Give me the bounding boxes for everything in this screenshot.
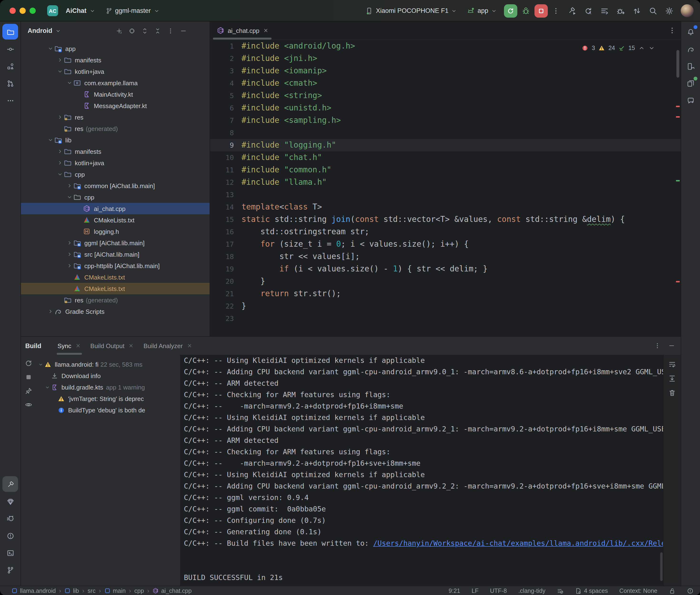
- debug-button[interactable]: [522, 6, 530, 15]
- chevron-down-icon[interactable]: [66, 80, 73, 86]
- attach-debugger-icon[interactable]: [616, 6, 625, 15]
- stop-button[interactable]: [534, 4, 548, 18]
- hide-build-panel-button[interactable]: [668, 342, 675, 349]
- run-config-selector[interactable]: app: [464, 5, 500, 17]
- close-tab-icon[interactable]: [263, 28, 269, 33]
- inspections-widget[interactable]: 3 24 15: [582, 45, 655, 51]
- project-selector[interactable]: AiChat: [63, 5, 98, 16]
- build-tab-build-analyzer[interactable]: Build Analyzer: [139, 337, 197, 355]
- build-output-path-link[interactable]: /Users/hanyin/Workspace/ai-chat/examples…: [373, 539, 663, 548]
- tree-item-res[interactable]: res(generated): [21, 123, 209, 134]
- close-tab-icon[interactable]: [75, 343, 81, 348]
- build-tree-item[interactable]: llama.android: fi22 sec, 583 ms: [36, 359, 180, 370]
- hide-panel-button[interactable]: [180, 27, 187, 34]
- zoom-window-button[interactable]: [30, 8, 36, 14]
- highlight-level-indicator[interactable]: [687, 587, 694, 594]
- settings-icon[interactable]: [665, 6, 674, 15]
- panel-options-button[interactable]: [167, 27, 174, 34]
- breadcrumb-lib[interactable]: lib: [64, 587, 79, 594]
- build-tab-sync[interactable]: Sync: [53, 337, 86, 355]
- code-line-14[interactable]: 14template<class T>: [210, 201, 681, 213]
- gemini-chat-button[interactable]: [683, 92, 699, 108]
- chevron-right-icon[interactable]: [56, 160, 64, 166]
- code-line-2[interactable]: 2#include <jni.h>: [210, 52, 681, 65]
- view-options-button[interactable]: [25, 401, 32, 408]
- file-encoding[interactable]: UTF-8: [490, 587, 507, 594]
- chevron-down-icon[interactable]: [47, 46, 54, 51]
- code-line-11[interactable]: 11#include "common.h": [210, 164, 681, 176]
- editor-scrollbar-thumb[interactable]: [676, 50, 679, 78]
- gradle-tool-button[interactable]: [683, 41, 699, 57]
- tree-item-app[interactable]: app: [21, 43, 209, 54]
- readonly-toggle[interactable]: [669, 587, 675, 594]
- build-tool-button[interactable]: [2, 476, 18, 492]
- chevron-down-icon[interactable]: [56, 171, 64, 177]
- clang-tidy-indicator[interactable]: .clang-tidy: [518, 587, 545, 594]
- tree-item-kotlin-java[interactable]: kotlin+java: [21, 157, 209, 169]
- tab-ai-chat-cpp[interactable]: C ai_chat.cpp: [210, 22, 274, 39]
- sync-project-icon[interactable]: A: [584, 6, 593, 15]
- breadcrumb-src[interactable]: src: [88, 587, 95, 594]
- breadcrumb-llama-android[interactable]: llama.android: [11, 587, 56, 594]
- build-options-button[interactable]: [654, 342, 661, 349]
- tree-item-messageadapter-kt[interactable]: MessageAdapter.kt: [21, 100, 209, 111]
- code-line-8[interactable]: 8: [210, 127, 681, 139]
- code-line-13[interactable]: 13: [210, 189, 681, 201]
- code-line-4[interactable]: 4#include <cmath>: [210, 77, 681, 89]
- chevron-right-icon[interactable]: [56, 57, 64, 63]
- tree-item-cpp[interactable]: cpp: [21, 169, 209, 180]
- error-stripe[interactable]: [675, 22, 681, 336]
- console-scrollbar-thumb[interactable]: [660, 552, 663, 581]
- code-line-18[interactable]: 18 str << values[i];: [210, 251, 681, 263]
- formatter-indicator[interactable]: [557, 587, 563, 594]
- code-line-19[interactable]: 19 if (i < values.size() - 1) { str << d…: [210, 263, 681, 275]
- expand-all-button[interactable]: [141, 27, 148, 34]
- pull-requests-tool-button[interactable]: [2, 75, 18, 91]
- breadcrumb-ai-chat-cpp[interactable]: Cai_chat.cpp: [153, 587, 192, 594]
- code-line-22[interactable]: 22}: [210, 300, 681, 312]
- soft-wrap-button[interactable]: [668, 361, 676, 368]
- rerun-button[interactable]: [504, 4, 517, 18]
- project-tool-button[interactable]: [2, 24, 18, 39]
- tree-item-src-aichat-lib-main-[interactable]: src [AiChat.lib.main]: [21, 249, 209, 260]
- chevron-down-icon[interactable]: [47, 137, 54, 143]
- code-line-21[interactable]: 21 return str.str();: [210, 288, 681, 300]
- chevron-right-icon[interactable]: [66, 183, 73, 189]
- build-tree-item[interactable]: 'jvmTarget: String' is deprec: [36, 393, 180, 404]
- tree-item-cpp[interactable]: cpp: [21, 192, 209, 203]
- code-line-12[interactable]: 12#include "llama.h": [210, 176, 681, 189]
- chevron-right-icon[interactable]: [66, 263, 73, 268]
- problems-tool-button[interactable]: [2, 528, 18, 543]
- tree-item-common-aichat-lib-main-[interactable]: common [AiChat.lib.main]: [21, 180, 209, 192]
- tree-item-com-example-llama[interactable]: com.example.llama: [21, 77, 209, 89]
- chevron-right-icon[interactable]: [56, 148, 64, 154]
- tree-item-manifests[interactable]: manifests: [21, 54, 209, 66]
- code-line-6[interactable]: 6#include <unistd.h>: [210, 102, 681, 114]
- device-manager-button[interactable]: [683, 58, 699, 74]
- indent-indicator[interactable]: 4 spaces: [575, 587, 608, 594]
- close-tab-icon[interactable]: [187, 343, 192, 348]
- tree-item-gradle-scripts[interactable]: Gradle Scripts: [21, 306, 209, 317]
- more-tool-windows-button[interactable]: [2, 92, 18, 108]
- next-problem-button[interactable]: [648, 45, 655, 51]
- build-tree-item[interactable]: Download info: [36, 370, 180, 381]
- terminal-tool-button[interactable]: [2, 545, 18, 561]
- tree-item-res[interactable]: res(generated): [21, 294, 209, 306]
- tree-item-cpp-httplib-aichat-lib-main-[interactable]: cpp-httplib [AiChat.lib.main]: [21, 260, 209, 272]
- branch-selector[interactable]: ggml-master: [103, 5, 162, 16]
- user-avatar[interactable]: [681, 4, 694, 17]
- chevron-right-icon[interactable]: [56, 114, 64, 120]
- chevron-down-icon[interactable]: [56, 68, 64, 74]
- build-run-icon[interactable]: [568, 6, 577, 15]
- chevron-down-icon[interactable]: [66, 194, 73, 200]
- collapse-all-button[interactable]: [155, 27, 161, 34]
- chevron-down-icon[interactable]: [37, 362, 44, 367]
- tree-item-ai-chat-cpp[interactable]: Cai_chat.cpp: [21, 203, 209, 214]
- code-line-20[interactable]: 20 }: [210, 275, 681, 288]
- code-line-5[interactable]: 5#include <string>: [210, 89, 681, 102]
- code-line-10[interactable]: 10#include "chat.h": [210, 151, 681, 164]
- search-everywhere-icon[interactable]: [649, 6, 657, 15]
- task-list-icon[interactable]: [600, 6, 609, 15]
- app-insights-tool-button[interactable]: [2, 493, 18, 509]
- rerun-sync-button[interactable]: [25, 360, 32, 367]
